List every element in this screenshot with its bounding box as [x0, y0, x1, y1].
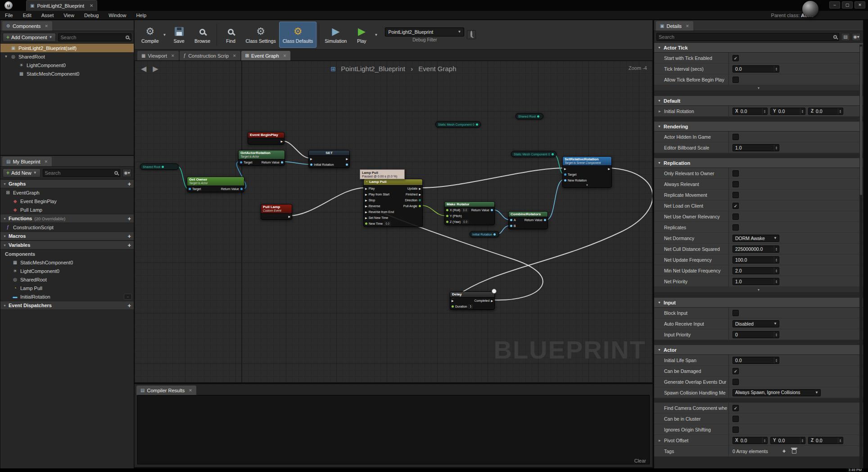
vector-field-y[interactable]: Y0.0: [770, 437, 805, 444]
vector-field-y[interactable]: Y0.0: [770, 108, 805, 115]
advanced-chevron-icon[interactable]: ▼: [563, 183, 611, 187]
menu-edit[interactable]: Edit: [18, 11, 36, 20]
number-field[interactable]: 1.0: [732, 144, 779, 151]
minimize-button[interactable]: –: [829, 1, 840, 9]
class-defaults-button[interactable]: ⚙Class Defaults: [279, 22, 317, 48]
spinner[interactable]: [800, 437, 805, 444]
my-blueprint-item[interactable]: ƒConstructionScript: [0, 223, 134, 231]
my-blueprint-item[interactable]: ◔Lamp Pull: [0, 284, 134, 292]
browse-button[interactable]: Browse: [191, 22, 214, 48]
checkbox[interactable]: [732, 213, 739, 220]
number-field[interactable]: 225000000.0: [732, 245, 779, 253]
pin-value-field[interactable]: 0.0: [462, 220, 469, 224]
tab-compiler-results[interactable]: ▤ Compiler Results ✕: [136, 386, 196, 395]
add-icon[interactable]: +: [127, 215, 131, 222]
node-lamp-pull-timeline[interactable]: ◔ Lamp Pull▶PlayUpdate▶▶Play from StartF…: [363, 179, 423, 227]
visibility-off-icon[interactable]: ‒: [124, 294, 132, 300]
my-blueprint-item[interactable]: ☀LightComponent0: [0, 267, 134, 275]
spinner[interactable]: [774, 357, 778, 363]
spinner[interactable]: [762, 437, 767, 444]
vector-field-z[interactable]: Z0.0: [808, 108, 843, 115]
section-functions[interactable]: ▼Functions(20 Overridable)+: [0, 214, 134, 223]
checkbox[interactable]: [732, 192, 739, 198]
details-search-input[interactable]: [659, 34, 833, 40]
checkbox[interactable]: [732, 310, 739, 316]
dropdown[interactable]: Always Spawn, Ignore Collisions▼: [732, 389, 821, 396]
details-section-replication[interactable]: ▼Replication: [654, 158, 863, 168]
dropdown[interactable]: DORM Awake▼: [732, 235, 779, 242]
node-shared-root-var-left[interactable]: Shared Root: [140, 163, 179, 170]
expand-arrow-icon[interactable]: ▶: [659, 439, 662, 442]
delete-icon[interactable]: [792, 449, 796, 454]
details-section-input[interactable]: ▼Input: [654, 298, 863, 308]
tab-viewport[interactable]: ▦Viewport✕: [137, 51, 179, 60]
my-blueprint-item[interactable]: ⊞EventGraph: [0, 188, 134, 197]
simulation-button[interactable]: ▶Simulation: [321, 22, 350, 48]
debug-object-dropdown[interactable]: PointLight2_Blueprint ▼: [385, 27, 464, 36]
add-element-icon[interactable]: +: [782, 448, 786, 454]
details-section-rendering[interactable]: ▼Rendering: [654, 122, 863, 132]
chevron-down-icon[interactable]: ▼: [373, 22, 379, 48]
number-field[interactable]: 2.0: [732, 267, 779, 274]
class-settings-button[interactable]: ⚙Class Settings: [243, 22, 279, 48]
spinner[interactable]: [774, 66, 778, 72]
component-tree-item[interactable]: ▼◎SharedRoot: [0, 52, 134, 61]
pin-value-field[interactable]: 0.0: [461, 208, 468, 212]
section-expander[interactable]: ▼: [654, 287, 863, 293]
checkbox[interactable]: ✓: [732, 405, 739, 411]
find-button[interactable]: Find: [219, 22, 243, 48]
node-static-mesh-var-top[interactable]: Static Mesh Component 0: [435, 121, 481, 127]
my-blueprint-item[interactable]: ▦StaticMeshComponent0: [0, 258, 134, 267]
spinner[interactable]: [774, 331, 778, 338]
spinner[interactable]: [774, 278, 778, 285]
vector-field-x[interactable]: X0.0: [732, 437, 768, 444]
checkbox[interactable]: [732, 181, 739, 187]
maximize-button[interactable]: ▢: [842, 1, 853, 9]
checkbox[interactable]: [732, 379, 739, 385]
close-icon[interactable]: ✕: [45, 24, 48, 28]
add-icon[interactable]: +: [127, 302, 131, 309]
checkbox[interactable]: [732, 427, 739, 433]
components-search-input[interactable]: [60, 35, 126, 40]
number-field[interactable]: 0.0: [732, 357, 779, 364]
spinner[interactable]: [838, 437, 842, 444]
menu-asset[interactable]: Asset: [36, 11, 59, 20]
checkbox[interactable]: [732, 77, 739, 83]
tab-my-blueprint[interactable]: ▤ My Blueprint ✕: [2, 157, 52, 166]
spinner[interactable]: [762, 108, 767, 114]
breadcrumb-current[interactable]: Event Graph: [418, 65, 456, 73]
my-blueprint-item[interactable]: ◎SharedRoot: [0, 275, 134, 284]
checkbox[interactable]: [732, 224, 739, 231]
node-get-actor-rotation[interactable]: GetActorRotationTarget is ActorTargetRet…: [238, 150, 285, 166]
spinner[interactable]: [774, 257, 778, 263]
section-graphs[interactable]: ▼Graphs+: [0, 179, 134, 188]
number-field[interactable]: 100.0: [732, 256, 779, 263]
node-delay[interactable]: Delay▶Completed▶Duration5: [450, 291, 495, 310]
close-icon[interactable]: ✕: [45, 159, 48, 164]
section-expander[interactable]: ▼: [654, 85, 863, 91]
number-field[interactable]: 1.0: [732, 278, 779, 285]
display-options-button[interactable]: ◉▾: [852, 33, 861, 41]
details-section-actor-tick[interactable]: ▼Actor Tick: [654, 43, 863, 53]
spinner[interactable]: [774, 145, 778, 151]
my-blueprint-item[interactable]: Components: [0, 250, 134, 258]
close-icon[interactable]: ✕: [189, 388, 192, 393]
tab-details[interactable]: ▣ Details ✕: [656, 21, 693, 31]
menu-file[interactable]: File: [0, 11, 18, 20]
checkbox[interactable]: [732, 134, 739, 140]
play-button[interactable]: ▶Play: [350, 22, 373, 48]
close-icon[interactable]: ✕: [233, 54, 236, 58]
tab-construction-scrip[interactable]: ƒConstruction Scrip✕: [180, 51, 240, 60]
pin-value-field[interactable]: 5: [468, 304, 473, 309]
node-pull-lamp-event[interactable]: Pull LampCustom Event▶: [261, 204, 292, 220]
spinner[interactable]: [838, 108, 842, 114]
node-make-rotator[interactable]: Make RotatorX (Roll)0.0Return ValueY (Pi…: [444, 201, 495, 225]
window-tab-close-icon[interactable]: ✕: [90, 3, 93, 8]
dropdown[interactable]: Disabled▼: [732, 320, 779, 327]
node-shared-root-var-top[interactable]: Shared Root: [515, 113, 543, 119]
add-icon[interactable]: +: [127, 242, 131, 249]
close-icon[interactable]: ✕: [686, 24, 689, 28]
pin-value-field[interactable]: 0.0: [384, 222, 391, 226]
add-new-button[interactable]: + Add New ▼: [3, 168, 41, 177]
save-button[interactable]: Save: [167, 22, 191, 48]
